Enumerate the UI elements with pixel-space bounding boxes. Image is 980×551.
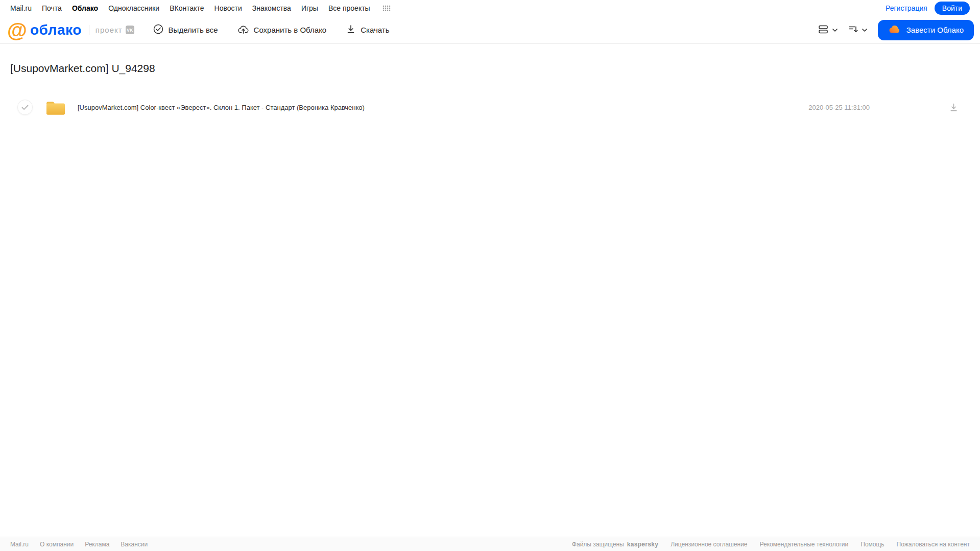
toolbar: Выделить все Сохранить в Облако Скачать [153,23,390,36]
file-checkbox[interactable] [17,100,33,115]
download-icon [346,24,356,36]
login-button[interactable]: Войти [935,2,970,15]
files-protected-label: Файлы защищены [572,541,624,548]
registration-link[interactable]: Регистрация [886,4,927,12]
portal-link-oblako[interactable]: Облако [72,4,98,12]
save-to-cloud-button[interactable]: Сохранить в Облако [237,23,327,36]
select-all-button[interactable]: Выделить все [153,23,218,36]
svg-text:VK: VK [127,28,133,32]
footer-link-recommendations[interactable]: Рекомендательные технологии [760,541,849,548]
get-cloud-button[interactable]: Завести Облако [878,20,974,40]
header-right-controls: Завести Облако [818,20,974,40]
portal-nav: Mail.ru Почта Облако Одноклассники ВКонт… [0,0,980,16]
page-title: [UsupovMarket.com] U_94298 [10,62,970,75]
cloud-header: @ облако проект VK Выделить все Сохранит [0,16,980,44]
folder-icon [45,98,66,116]
files-protected: Файлы защищены kaspersky [572,541,658,548]
footer-link-company[interactable]: О компании [40,541,74,548]
footer-link-reklama[interactable]: Реклама [85,541,109,548]
portal-link-mailru[interactable]: Mail.ru [10,4,32,12]
portal-link-vse-proekty[interactable]: Все проекты [328,4,370,12]
mailru-at-icon: @ [7,20,27,40]
sort-icon [848,25,858,36]
footer-link-vakansii[interactable]: Вакансии [121,541,148,548]
list-view-icon [818,25,829,36]
footer-right-links: Файлы защищены kaspersky Лицензионное со… [572,541,970,548]
kaspersky-logo[interactable]: kaspersky [627,541,658,548]
portal-link-igry[interactable]: Игры [301,4,318,12]
portal-auth: Регистрация Войти [886,2,970,15]
portal-link-vkontakte[interactable]: ВКонтакте [170,4,204,12]
portal-link-znakomstva[interactable]: Знакомства [252,4,291,12]
cloud-logo-text: облако [30,22,82,38]
footer-link-mailru[interactable]: Mail.ru [10,541,29,548]
logo-divider [89,25,89,35]
file-download-button[interactable] [949,103,959,112]
footer-link-license[interactable]: Лицензионное соглашение [671,541,747,548]
get-cloud-label: Завести Облако [906,26,964,34]
download-label: Скачать [361,26,389,34]
portal-links: Mail.ru Почта Облако Одноклассники ВКонт… [10,4,391,12]
portal-link-odnoklassniki[interactable]: Одноклассники [108,4,159,12]
vk-badge-icon: VK [126,26,134,34]
footer: Mail.ru О компании Реклама Вакансии Файл… [0,537,980,551]
cloud-logo[interactable]: @ облако проект VK [7,20,134,40]
main-content: [UsupovMarket.com] U_94298 [UsupovMarket… [0,62,980,122]
view-mode-control[interactable] [818,25,838,36]
file-date: 2020-05-25 11:31:00 [808,104,870,111]
project-label: проект [95,26,123,34]
footer-left-links: Mail.ru О компании Реклама Вакансии [10,541,148,548]
file-name-link[interactable]: [UsupovMarket.com] Color-квест «Эверест»… [78,104,365,111]
check-circle-icon [153,23,164,36]
footer-link-help[interactable]: Помощь [861,541,884,548]
portal-link-pochta[interactable]: Почта [42,4,62,12]
chevron-down-icon [862,26,868,34]
portal-link-novosti[interactable]: Новости [214,4,242,12]
file-row[interactable]: [UsupovMarket.com] Color-квест «Эверест»… [10,93,970,122]
cloud-upload-icon [237,23,249,36]
all-projects-grid-icon[interactable] [383,5,391,11]
chevron-down-icon [832,26,838,34]
select-all-label: Выделить все [169,26,218,34]
save-to-cloud-label: Сохранить в Облако [254,26,327,34]
footer-link-report-content[interactable]: Пожаловаться на контент [897,541,970,548]
download-button[interactable]: Скачать [346,24,389,36]
sort-control[interactable] [848,25,868,36]
orange-cloud-icon [888,24,901,36]
